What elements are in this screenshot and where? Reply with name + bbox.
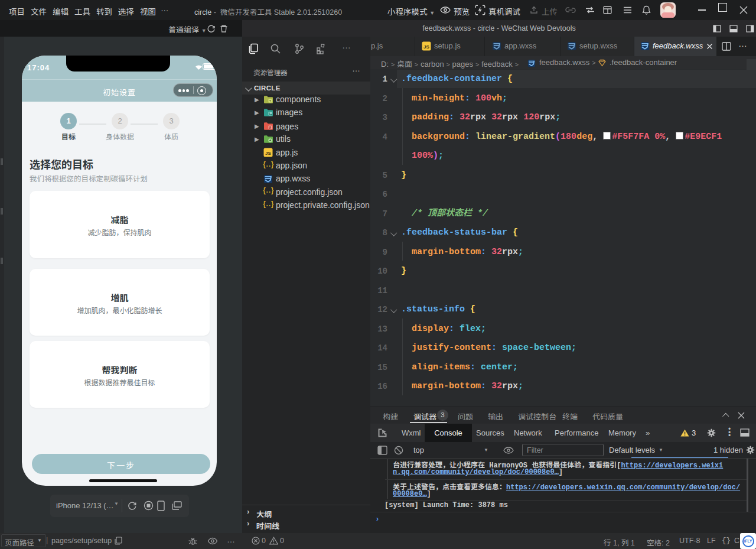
svg-text:JS: JS [423,44,429,50]
svg-text:JS: JS [265,151,271,156]
